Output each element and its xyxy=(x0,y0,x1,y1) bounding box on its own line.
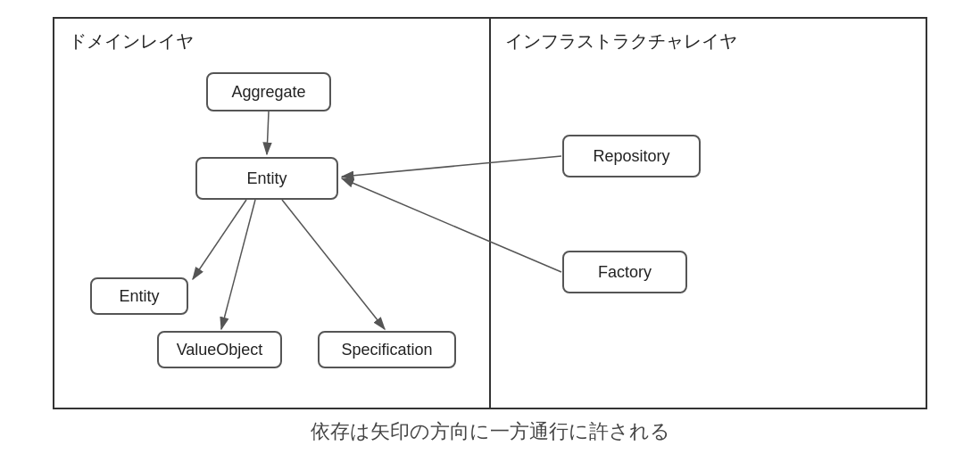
svg-line-4 xyxy=(221,200,255,329)
svg-line-2 xyxy=(267,111,269,154)
infra-layer: インフラストラクチャレイヤ Repository Factory xyxy=(491,19,926,408)
entity-main-box: Entity xyxy=(195,157,338,200)
svg-line-3 xyxy=(193,200,246,279)
entity-small-box: Entity xyxy=(90,277,188,315)
repository-box: Repository xyxy=(562,135,701,177)
infra-layer-title: インフラストラクチャレイヤ xyxy=(491,19,926,64)
diagram-wrapper: ドメインレイヤ Aggregate Entity Entity ValueObj… xyxy=(53,17,927,445)
diagram-caption: 依存は矢印の方向に一方通行に許される xyxy=(311,418,670,445)
svg-line-5 xyxy=(282,200,385,329)
domain-layer-title: ドメインレイヤ xyxy=(54,19,489,64)
valueobject-box: ValueObject xyxy=(157,331,282,368)
aggregate-box: Aggregate xyxy=(206,72,331,111)
diagram-container: ドメインレイヤ Aggregate Entity Entity ValueObj… xyxy=(53,17,927,409)
specification-box: Specification xyxy=(318,331,456,368)
factory-box: Factory xyxy=(562,251,687,293)
domain-layer: ドメインレイヤ Aggregate Entity Entity ValueObj… xyxy=(54,19,491,408)
